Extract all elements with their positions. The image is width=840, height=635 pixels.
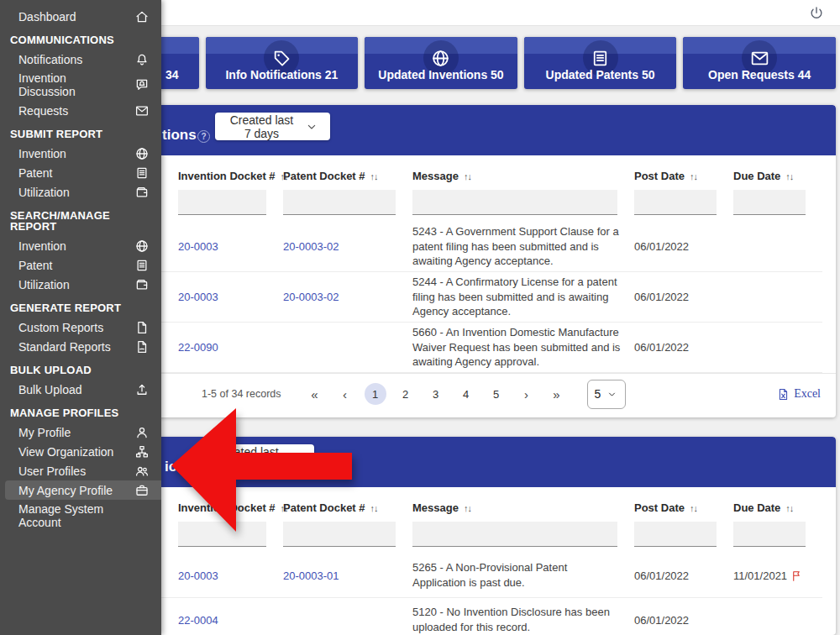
due-date-filter-input[interactable]	[733, 190, 806, 215]
message-filter-input[interactable]	[412, 190, 617, 215]
page-number-5[interactable]: 5	[486, 383, 507, 405]
sort-icon[interactable]: ↑↓	[370, 171, 378, 181]
page-number-1[interactable]: 1	[365, 383, 386, 405]
sidebar-item-patent[interactable]: Patent	[0, 163, 161, 182]
cell-invention_docket: 20-0003	[178, 291, 283, 303]
sidebar-section-bulk-upload: BULK UPLOAD	[0, 360, 161, 380]
sidebar-item-requests[interactable]: Requests	[0, 101, 161, 120]
patent-docket-link[interactable]: 20-0003-02	[283, 240, 339, 253]
card-label: Updated Inventions 50	[365, 68, 517, 81]
patent-docket-filter-input[interactable]	[283, 190, 396, 215]
patent-docket-link[interactable]: 20-0003-02	[283, 291, 339, 303]
sidebar-section-submit-report: SUBMIT REPORT	[0, 124, 161, 144]
patent-docket-filter-input[interactable]	[283, 522, 396, 547]
panel-header: tions ? Created last 7 days	[46, 105, 836, 155]
sort-icon[interactable]: ↑↓	[464, 171, 471, 181]
invention-docket-link[interactable]: 20-0003	[178, 569, 218, 582]
page-size-select[interactable]: 5	[587, 380, 626, 409]
due-date-filter-input[interactable]	[733, 522, 806, 547]
sort-icon[interactable]: ↑↓	[464, 503, 471, 513]
cell-post-date: 06/01/2022	[634, 240, 733, 253]
invention-docket-link[interactable]: 20-0003	[178, 240, 218, 253]
column-header-post-date[interactable]: Post Date↑↓	[634, 500, 733, 517]
sidebar-item-my-profile[interactable]: My Profile	[0, 422, 161, 442]
column-header-post-date[interactable]: Post Date↑↓	[634, 168, 733, 185]
prev-page-button[interactable]: ‹	[334, 383, 356, 405]
page-number-2[interactable]: 2	[395, 383, 417, 405]
sidebar-item-invention[interactable]: Invention	[0, 144, 161, 163]
sidebar-item-utilization[interactable]: Utilization	[0, 275, 161, 294]
page-size-value: 5	[595, 387, 601, 401]
summary-card-updated-patents[interactable]: Updated Patents 50	[524, 37, 677, 89]
sidebar-item-user-profiles[interactable]: User Profiles	[0, 461, 161, 480]
column-header-message[interactable]: Message↑↓	[412, 500, 634, 517]
sidebar-item-patent[interactable]: Patent	[0, 255, 161, 275]
post-date-filter-input[interactable]	[634, 522, 717, 547]
column-header-invention-docket[interactable]: Invention Docket #↑↓	[178, 500, 283, 517]
sidebar-item-utilization[interactable]: Utilization	[0, 182, 161, 202]
cell-post-date: 06/01/2022	[634, 569, 733, 582]
patent-docket-link[interactable]: 20-0003-01	[283, 569, 339, 582]
cell-message: 5244 - A Confirmatory License for a pate…	[412, 275, 634, 319]
cell-invention_docket: 22-0004	[178, 614, 283, 627]
sidebar-item-dashboard[interactable]: Dashboard	[0, 7, 161, 26]
chat-bell-icon	[134, 77, 150, 92]
date-range-dropdown[interactable]: Created last 7 days	[202, 444, 314, 472]
logout-button[interactable]	[808, 4, 827, 23]
sidebar-item-view-organization[interactable]: View Organization	[0, 442, 161, 461]
sort-icon[interactable]: ↑↓	[785, 503, 793, 513]
card-label: Open Requests 44	[683, 68, 836, 81]
invention-docket-link[interactable]: 20-0003	[178, 291, 218, 303]
page-number-4[interactable]: 4	[455, 383, 477, 405]
date-range-label: Created last 7 days	[227, 113, 297, 140]
help-icon[interactable]: ?	[197, 130, 210, 143]
first-page-button[interactable]: «	[304, 383, 326, 405]
sidebar-item-label: Dashboard	[18, 8, 76, 26]
invention-docket-link[interactable]: 22-0090	[178, 341, 218, 354]
column-header-due-date[interactable]: Due Date↑↓	[733, 168, 822, 185]
column-header-message[interactable]: Message↑↓	[412, 168, 634, 185]
sidebar-item-invention-discussion[interactable]: Invention Discussion	[0, 69, 161, 101]
excel-export-link[interactable]: Excel	[777, 387, 821, 401]
invention-docket-link[interactable]: 22-0004	[178, 614, 218, 627]
table-header-row: Invention Docket #↑↓Patent Docket #↑↓Mes…	[60, 168, 822, 185]
sort-icon[interactable]: ↑↓	[690, 503, 697, 513]
sidebar-item-label: Utilization	[18, 183, 70, 202]
summary-card-open-requests[interactable]: Open Requests 44	[683, 37, 836, 89]
table-header-row: Invention Docket #↑↓Patent Docket #↑↓Mes…	[60, 500, 822, 517]
sort-icon[interactable]: ↑↓	[785, 171, 793, 181]
sidebar-item-standard-reports[interactable]: Standard Reports	[0, 337, 161, 356]
column-header-label: Message	[412, 170, 459, 182]
sidebar-item-invention[interactable]: Invention	[0, 236, 161, 255]
sort-icon[interactable]: ↑↓	[690, 171, 697, 181]
wallet-icon	[134, 185, 150, 200]
column-header-label: Patent Docket #	[283, 501, 365, 514]
home-icon	[134, 9, 150, 24]
invention-docket-filter-input[interactable]	[178, 522, 266, 547]
column-header-label: Patent Docket #	[283, 170, 365, 182]
sidebar-item-bulk-upload[interactable]: Bulk Upload	[0, 380, 161, 399]
column-header-invention-docket[interactable]: Invention Docket #↑↓	[178, 168, 283, 185]
globe-icon	[430, 48, 451, 69]
panel-title: tions	[162, 128, 197, 143]
post-date-filter-input[interactable]	[634, 190, 717, 215]
message-filter-input[interactable]	[412, 522, 617, 547]
date-range-dropdown[interactable]: Created last 7 days	[215, 113, 330, 140]
invention-docket-filter-input[interactable]	[178, 190, 266, 215]
summary-card-updated-inventions[interactable]: Updated Inventions 50	[365, 37, 517, 89]
column-header-patent-docket[interactable]: Patent Docket #↑↓	[283, 500, 412, 517]
sidebar-item-manage-system-account[interactable]: Manage System Account	[0, 500, 161, 532]
file-icon	[134, 320, 150, 335]
summary-card-info-notifications[interactable]: Info Notifications 21	[206, 37, 359, 89]
last-page-button[interactable]: »	[546, 383, 568, 405]
sort-icon[interactable]: ↑↓	[370, 503, 378, 513]
sidebar-item-notifications[interactable]: Notifications	[0, 50, 161, 69]
page-number-3[interactable]: 3	[425, 383, 447, 405]
sidebar-item-label: Custom Reports	[18, 318, 103, 337]
next-page-button[interactable]: ›	[516, 383, 538, 405]
sidebar-item-my-agency-profile[interactable]: My Agency Profile	[5, 480, 161, 500]
pagination: 1-5 of 34 records «‹12345›» 5 Excel	[46, 373, 836, 414]
column-header-patent-docket[interactable]: Patent Docket #↑↓	[283, 168, 412, 185]
sidebar-item-custom-reports[interactable]: Custom Reports	[0, 318, 161, 337]
column-header-due-date[interactable]: Due Date↑↓	[733, 500, 822, 517]
